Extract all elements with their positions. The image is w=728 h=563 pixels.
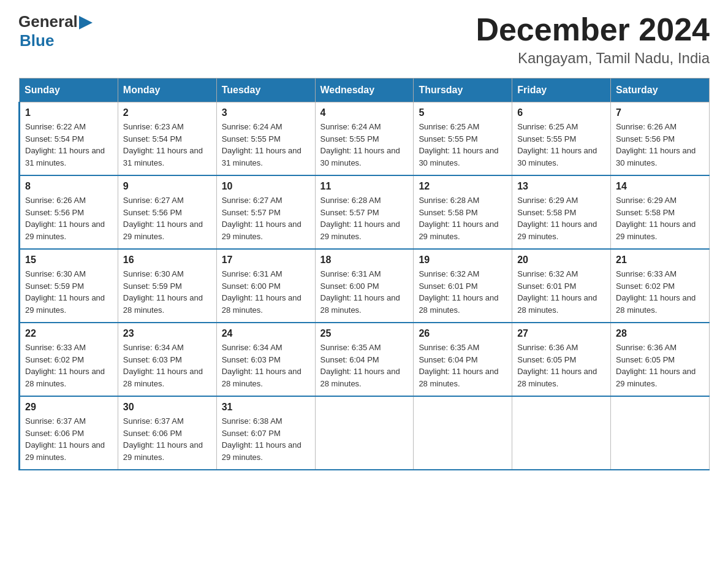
day-number: 18 xyxy=(320,255,409,266)
column-header-saturday: Saturday xyxy=(611,79,710,102)
calendar-week-row: 29 Sunrise: 6:37 AMSunset: 6:06 PMDaylig… xyxy=(20,396,710,470)
day-number: 23 xyxy=(123,328,211,339)
day-number: 8 xyxy=(25,181,113,192)
day-number: 16 xyxy=(123,255,211,266)
column-header-sunday: Sunday xyxy=(20,79,118,102)
calendar-cell xyxy=(611,396,710,470)
day-info: Sunrise: 6:32 AMSunset: 6:01 PMDaylight:… xyxy=(419,269,498,315)
column-header-monday: Monday xyxy=(118,79,216,102)
day-number: 20 xyxy=(517,255,605,266)
day-info: Sunrise: 6:28 AMSunset: 5:57 PMDaylight:… xyxy=(320,196,400,241)
column-header-friday: Friday xyxy=(512,79,611,102)
calendar-cell: 5 Sunrise: 6:25 AMSunset: 5:55 PMDayligh… xyxy=(414,102,512,176)
calendar-week-row: 22 Sunrise: 6:33 AMSunset: 6:02 PMDaylig… xyxy=(20,323,710,396)
day-number: 13 xyxy=(517,181,605,192)
day-number: 27 xyxy=(517,328,605,339)
day-number: 29 xyxy=(25,402,113,413)
day-info: Sunrise: 6:28 AMSunset: 5:58 PMDaylight:… xyxy=(419,196,498,241)
calendar-cell: 24 Sunrise: 6:34 AMSunset: 6:03 PMDaylig… xyxy=(216,323,315,396)
calendar-cell: 19 Sunrise: 6:32 AMSunset: 6:01 PMDaylig… xyxy=(414,249,512,323)
month-title: December 2024 xyxy=(476,12,710,47)
day-number: 28 xyxy=(616,328,704,339)
logo-blue-text: Blue xyxy=(20,31,54,50)
calendar-cell xyxy=(414,396,512,470)
day-info: Sunrise: 6:36 AMSunset: 6:05 PMDaylight:… xyxy=(517,343,597,388)
day-info: Sunrise: 6:31 AMSunset: 6:00 PMDaylight:… xyxy=(222,269,301,315)
day-info: Sunrise: 6:26 AMSunset: 5:56 PMDaylight:… xyxy=(25,196,105,241)
calendar-cell: 10 Sunrise: 6:27 AMSunset: 5:57 PMDaylig… xyxy=(216,175,315,249)
calendar-week-row: 8 Sunrise: 6:26 AMSunset: 5:56 PMDayligh… xyxy=(20,175,710,249)
calendar-cell: 8 Sunrise: 6:26 AMSunset: 5:56 PMDayligh… xyxy=(20,175,118,249)
day-number: 4 xyxy=(320,107,409,118)
logo: General Blue xyxy=(18,12,93,50)
day-info: Sunrise: 6:34 AMSunset: 6:03 PMDaylight:… xyxy=(222,343,301,388)
calendar-cell: 29 Sunrise: 6:37 AMSunset: 6:06 PMDaylig… xyxy=(20,396,118,470)
day-number: 25 xyxy=(320,328,409,339)
calendar-cell: 1 Sunrise: 6:22 AMSunset: 5:54 PMDayligh… xyxy=(20,102,118,176)
day-info: Sunrise: 6:29 AMSunset: 5:58 PMDaylight:… xyxy=(616,196,696,241)
calendar-cell: 3 Sunrise: 6:24 AMSunset: 5:55 PMDayligh… xyxy=(216,102,315,176)
day-info: Sunrise: 6:34 AMSunset: 6:03 PMDaylight:… xyxy=(123,343,203,388)
column-header-thursday: Thursday xyxy=(414,79,512,102)
day-number: 17 xyxy=(222,255,310,266)
day-number: 14 xyxy=(616,181,704,192)
day-info: Sunrise: 6:25 AMSunset: 5:55 PMDaylight:… xyxy=(517,122,597,167)
calendar-cell: 6 Sunrise: 6:25 AMSunset: 5:55 PMDayligh… xyxy=(512,102,611,176)
day-info: Sunrise: 6:37 AMSunset: 6:06 PMDaylight:… xyxy=(25,416,105,462)
calendar-cell xyxy=(315,396,414,470)
calendar-cell: 21 Sunrise: 6:33 AMSunset: 6:02 PMDaylig… xyxy=(611,249,710,323)
calendar-cell: 9 Sunrise: 6:27 AMSunset: 5:56 PMDayligh… xyxy=(118,175,216,249)
calendar-cell: 4 Sunrise: 6:24 AMSunset: 5:55 PMDayligh… xyxy=(315,102,414,176)
day-info: Sunrise: 6:27 AMSunset: 5:57 PMDaylight:… xyxy=(222,196,301,241)
header: General Blue December 2024 Kangayam, Tam… xyxy=(18,12,710,67)
day-number: 9 xyxy=(123,181,211,192)
calendar-cell: 13 Sunrise: 6:29 AMSunset: 5:58 PMDaylig… xyxy=(512,175,611,249)
calendar-table: SundayMondayTuesdayWednesdayThursdayFrid… xyxy=(18,78,710,470)
day-info: Sunrise: 6:37 AMSunset: 6:06 PMDaylight:… xyxy=(123,416,203,462)
day-number: 22 xyxy=(25,328,113,339)
calendar-cell: 25 Sunrise: 6:35 AMSunset: 6:04 PMDaylig… xyxy=(315,323,414,396)
day-number: 30 xyxy=(123,402,211,413)
day-info: Sunrise: 6:33 AMSunset: 6:02 PMDaylight:… xyxy=(25,343,105,388)
logo-general-text: General xyxy=(18,12,78,31)
day-number: 11 xyxy=(320,181,409,192)
day-info: Sunrise: 6:22 AMSunset: 5:54 PMDaylight:… xyxy=(25,122,105,167)
day-info: Sunrise: 6:31 AMSunset: 6:00 PMDaylight:… xyxy=(320,269,400,315)
day-number: 3 xyxy=(222,107,310,118)
day-number: 24 xyxy=(222,328,310,339)
calendar-cell: 14 Sunrise: 6:29 AMSunset: 5:58 PMDaylig… xyxy=(611,175,710,249)
day-number: 21 xyxy=(616,255,704,266)
day-info: Sunrise: 6:38 AMSunset: 6:07 PMDaylight:… xyxy=(222,416,301,462)
day-info: Sunrise: 6:30 AMSunset: 5:59 PMDaylight:… xyxy=(123,269,203,315)
day-number: 2 xyxy=(123,107,211,118)
calendar-cell: 26 Sunrise: 6:35 AMSunset: 6:04 PMDaylig… xyxy=(414,323,512,396)
day-number: 31 xyxy=(222,402,310,413)
day-info: Sunrise: 6:33 AMSunset: 6:02 PMDaylight:… xyxy=(616,269,696,315)
day-number: 12 xyxy=(419,181,507,192)
day-info: Sunrise: 6:32 AMSunset: 6:01 PMDaylight:… xyxy=(517,269,597,315)
day-number: 19 xyxy=(419,255,507,266)
day-number: 26 xyxy=(419,328,507,339)
day-info: Sunrise: 6:35 AMSunset: 6:04 PMDaylight:… xyxy=(320,343,400,388)
calendar-header-row: SundayMondayTuesdayWednesdayThursdayFrid… xyxy=(20,79,710,102)
day-info: Sunrise: 6:36 AMSunset: 6:05 PMDaylight:… xyxy=(616,343,696,388)
day-info: Sunrise: 6:25 AMSunset: 5:55 PMDaylight:… xyxy=(419,122,498,167)
day-number: 10 xyxy=(222,181,310,192)
day-number: 15 xyxy=(25,255,113,266)
column-header-wednesday: Wednesday xyxy=(315,79,414,102)
calendar-cell: 2 Sunrise: 6:23 AMSunset: 5:54 PMDayligh… xyxy=(118,102,216,176)
calendar-cell: 20 Sunrise: 6:32 AMSunset: 6:01 PMDaylig… xyxy=(512,249,611,323)
day-info: Sunrise: 6:23 AMSunset: 5:54 PMDaylight:… xyxy=(123,122,203,167)
calendar-cell xyxy=(512,396,611,470)
day-info: Sunrise: 6:30 AMSunset: 5:59 PMDaylight:… xyxy=(25,269,105,315)
day-number: 6 xyxy=(517,107,605,118)
calendar-cell: 23 Sunrise: 6:34 AMSunset: 6:03 PMDaylig… xyxy=(118,323,216,396)
day-number: 7 xyxy=(616,107,704,118)
calendar-cell: 18 Sunrise: 6:31 AMSunset: 6:00 PMDaylig… xyxy=(315,249,414,323)
calendar-week-row: 15 Sunrise: 6:30 AMSunset: 5:59 PMDaylig… xyxy=(20,249,710,323)
title-area: December 2024 Kangayam, Tamil Nadu, Indi… xyxy=(476,12,710,67)
calendar-cell: 27 Sunrise: 6:36 AMSunset: 6:05 PMDaylig… xyxy=(512,323,611,396)
calendar-cell: 30 Sunrise: 6:37 AMSunset: 6:06 PMDaylig… xyxy=(118,396,216,470)
location-title: Kangayam, Tamil Nadu, India xyxy=(476,50,710,67)
day-number: 1 xyxy=(25,107,113,118)
